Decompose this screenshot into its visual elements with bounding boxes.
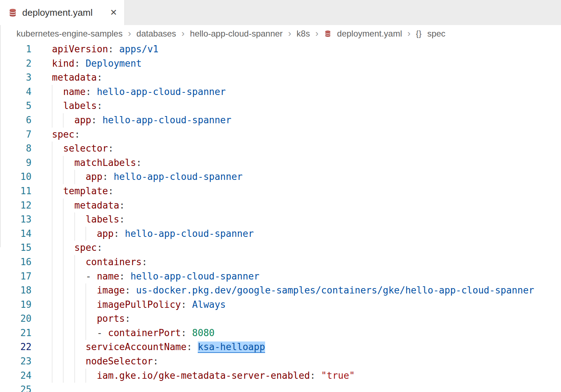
code-line[interactable]: 2kind: Deployment [0, 57, 561, 71]
token-pun: : [119, 271, 130, 282]
line-number[interactable]: 17 [0, 269, 32, 284]
token-key: iam.gke.io/gke-metadata-server-enabled [97, 370, 310, 381]
code-text: metadata: [52, 71, 561, 85]
token-pun: : [108, 186, 114, 196]
line-number[interactable]: 16 [0, 255, 32, 269]
token-key: app [75, 115, 91, 125]
line-number[interactable]: 20 [0, 312, 32, 326]
code-line[interactable]: 25 [0, 383, 561, 392]
code-line[interactable]: 21- containerPort: 8080 [0, 326, 561, 340]
token-key: spec [75, 242, 97, 253]
code-line[interactable]: 4name: hello-app-cloud-spanner [0, 85, 561, 99]
code-line[interactable]: 20ports: [0, 312, 561, 326]
indent-guide [86, 227, 86, 241]
code-line[interactable]: 22serviceAccountName: ksa-helloapp [0, 340, 561, 354]
breadcrumb-item-symbol-spec[interactable]: spec [427, 29, 446, 39]
token-pun: : [136, 157, 142, 168]
code-text: nodeSelector: [52, 354, 561, 369]
line-number[interactable]: 6 [0, 113, 32, 128]
indent-guide [86, 298, 86, 312]
line-number[interactable]: 22 [0, 340, 32, 354]
breadcrumb-item-hello-app[interactable]: hello-app-cloud-spanner [190, 29, 283, 39]
token-val: hello-app-cloud-spanner [114, 171, 243, 182]
line-number[interactable]: 24 [0, 369, 32, 383]
token-pun: : [97, 72, 102, 83]
token-pun: : [119, 214, 125, 225]
token-key: name [63, 86, 86, 97]
database-file-icon [324, 30, 332, 38]
code-line[interactable]: 19imagePullPolicy: Always [0, 298, 561, 312]
code-line[interactable]: 15spec: [0, 241, 561, 255]
code-line[interactable]: 11template: [0, 184, 561, 199]
token-key: selector [63, 143, 108, 154]
token-pun: : [125, 313, 131, 324]
code-line[interactable]: 5labels: [0, 99, 561, 113]
code-line[interactable]: 13labels: [0, 212, 561, 227]
indent-guide [75, 369, 75, 383]
token-val: hello-app-cloud-spanner [125, 228, 254, 239]
symbol-braces-icon: {} [416, 29, 422, 38]
tab-bar: deployment.yaml ✕ [0, 0, 561, 25]
line-number[interactable]: 3 [0, 71, 32, 85]
line-number[interactable]: 5 [0, 99, 32, 113]
indent-guide [52, 227, 52, 241]
line-number[interactable]: 15 [0, 241, 32, 255]
code-text: name: hello-app-cloud-spanner [52, 85, 561, 99]
token-pun: : [102, 171, 114, 182]
breadcrumb-item-file[interactable]: deployment.yaml [337, 29, 402, 39]
line-number[interactable]: 18 [0, 283, 32, 298]
tab-deployment-yaml[interactable]: deployment.yaml ✕ [0, 0, 125, 25]
code-line[interactable]: 18image: us-docker.pkg.dev/google-sample… [0, 283, 561, 298]
token-val: apps/v1 [119, 44, 159, 54]
line-number[interactable]: 2 [0, 57, 32, 71]
token-pun: : [310, 370, 321, 381]
indent-guide [75, 283, 75, 298]
line-number[interactable]: 14 [0, 227, 32, 241]
code-line[interactable]: 14app: hello-app-cloud-spanner [0, 227, 561, 241]
code-text: spec: [52, 241, 561, 255]
line-number[interactable]: 7 [0, 128, 32, 142]
breadcrumb-item-k8s[interactable]: k8s [297, 29, 310, 39]
indent-guide [63, 170, 63, 184]
code-line[interactable]: 12metadata: [0, 199, 561, 213]
breadcrumb-item-repo[interactable]: kubernetes-engine-samples [16, 29, 123, 39]
line-number[interactable]: 1 [0, 42, 32, 57]
indent-guide [86, 369, 86, 383]
line-number[interactable]: 12 [0, 199, 32, 213]
tab-close-icon[interactable]: ✕ [110, 8, 117, 17]
line-number[interactable]: 4 [0, 85, 32, 99]
indent-guide [52, 170, 52, 184]
indent-guide [86, 283, 86, 298]
breadcrumb-item-databases[interactable]: databases [136, 29, 176, 39]
indent-guide [75, 326, 75, 340]
code-line[interactable]: 7spec: [0, 128, 561, 142]
token-key: app [86, 171, 102, 182]
token-num: 8080 [192, 328, 215, 338]
code-text: - containerPort: 8080 [52, 326, 561, 340]
code-line[interactable]: 9matchLabels: [0, 156, 561, 170]
line-number[interactable]: 13 [0, 212, 32, 227]
code-line[interactable]: 3metadata: [0, 71, 561, 85]
line-number[interactable]: 21 [0, 326, 32, 340]
code-text: labels: [52, 99, 561, 113]
editor[interactable]: 1apiVersion: apps/v12kind: Deployment3me… [0, 42, 561, 392]
code-line[interactable]: 16containers: [0, 255, 561, 269]
line-number[interactable]: 9 [0, 156, 32, 170]
code-line[interactable]: 17- name: hello-app-cloud-spanner [0, 269, 561, 284]
code-line[interactable]: 23nodeSelector: [0, 354, 561, 369]
line-number[interactable]: 23 [0, 354, 32, 369]
indent-guide [75, 312, 75, 326]
line-number[interactable]: 8 [0, 142, 32, 156]
code-line[interactable]: 24iam.gke.io/gke-metadata-server-enabled… [0, 369, 561, 383]
code-line[interactable]: 8selector: [0, 142, 561, 156]
indent-guide [63, 269, 63, 284]
token-pun: : [181, 299, 192, 310]
line-number[interactable]: 19 [0, 298, 32, 312]
line-number[interactable]: 11 [0, 184, 32, 199]
line-number[interactable]: 25 [0, 383, 32, 392]
code-line[interactable]: 6app: hello-app-cloud-spanner [0, 113, 561, 128]
code-line[interactable]: 10app: hello-app-cloud-spanner [0, 170, 561, 184]
code-text: template: [52, 184, 561, 199]
code-line[interactable]: 1apiVersion: apps/v1 [0, 42, 561, 57]
line-number[interactable]: 10 [0, 170, 32, 184]
